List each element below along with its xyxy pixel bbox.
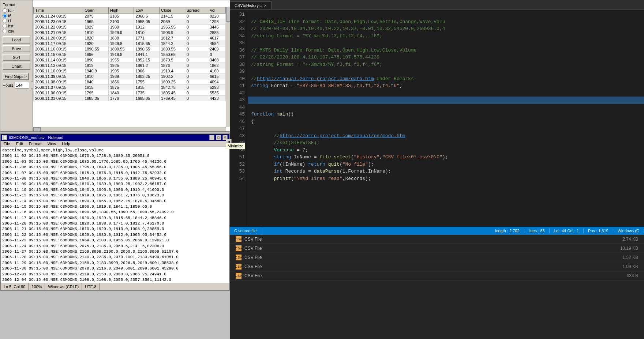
col-close: Close [160,7,185,14]
menu-help[interactable]: Help [59,141,73,147]
line-number: 46 [233,118,245,125]
statusbar-encoding: UTF-8 [82,283,100,290]
line-number: 34 [233,33,245,40]
radio-hst[interactable]: hst [3,24,30,28]
notepad-minimize-btn[interactable]: _ [209,135,214,140]
line-number: 38 [233,61,245,68]
notepad-maximize-btn[interactable]: □ [216,135,221,140]
notepad-line: 2006-11-03 09:15:00,NSE:63MOONS,1685.05,… [2,159,228,165]
notepad-content[interactable]: datetime,symbol,open,high,low,close,volu… [1,147,229,285]
notepad-line: 2006-12-04 09:15:00,NSE:63MOONS,2108.0,2… [2,277,228,283]
notepad-line: 2006-11-13 09:15:00,NSE:63MOONS,1919.0,1… [2,193,228,198]
notepad-line: 2006-11-09 09:15:00,NSE:63MOONS,1810.0,1… [2,181,228,187]
radio-csv-input[interactable] [3,29,7,33]
table-row: 2006.11.21 09:1518101929.918101906.90288… [34,30,226,35]
data-table-area: Time Open High Low Close Spread Vol 2006… [33,0,231,132]
hours-label: Hours [3,83,13,87]
line-number: 36 [233,47,245,54]
table-row: 2006.11.22 09:151929198019121965.9503445 [34,25,226,30]
radio-csv[interactable]: csv [3,29,30,33]
editor-tab-csvtohistory[interactable]: CSVtoHistory.c ✕ [230,1,272,9]
menu-edit[interactable]: Edit [13,141,26,147]
radio-t1[interactable]: t1 [3,19,30,23]
table-row: 2006.11.03 09:151685.0517761685.051769.4… [34,96,226,101]
format-panel: Format bar t6 t1 hst csv Load Save Sort … [0,0,33,132]
notepad-line: 2006-11-08 09:15:00,NSE:63MOONS,1840.0,1… [2,176,228,181]
line-number: 31 [233,11,245,18]
notepad-line: 2006-11-21 09:15:00,NSE:63MOONS,1810.0,1… [2,226,228,232]
hours-control: Hours ▲ ▼ [3,82,30,89]
file-row[interactable]: CSV CSV File 2.74 KB [230,235,644,244]
tab-close-icon[interactable]: ✕ [264,4,267,8]
file-type: CSV File [244,255,609,260]
radio-bar[interactable]: bar [3,8,30,13]
file-icon: CSV [236,264,242,270]
code-line [251,39,641,47]
scroll-h-thumb[interactable] [33,127,41,131]
radio-t1-input[interactable] [3,19,7,23]
radio-hst-input[interactable] [3,24,7,28]
menu-format[interactable]: Format [26,141,45,147]
file-explorer: CSV CSV File 2.74 KB CSV CSV File 10.19 … [230,235,644,339]
file-row[interactable]: CSV CSV File 10.19 KB [230,244,644,253]
table-row: 2006.11.07 09:151815187518151842.7505293 [34,85,226,90]
code-line: printf("\n%d lines read",Records); [251,175,641,182]
notepad-line: 2006-11-28 09:15:00,NSE:63MOONS,2140.0,2… [2,255,228,260]
code-line: // 02/28/2020,108.4,110,107.475,107.575,… [251,54,641,61]
code-content[interactable]: // CHRIS_ICE line format: Date,Open,High… [248,10,644,226]
statusbar-eol: Windows (CRLF) [45,283,82,290]
tab-label: CSVtoHistory.c [235,3,262,8]
code-line: function main() [251,111,641,118]
code-line [251,182,641,189]
notepad-line: 2006-11-23 09:15:00,NSE:63MOONS,1969.0,2… [2,238,228,243]
code-line: //string Format = "%Y-%m-%d,f3,f1,f2,f4,… [251,33,641,40]
menu-file[interactable]: File [1,141,13,147]
editor-status-pos: Pos : 1,619 [584,229,613,233]
line-number: 54 [233,175,245,182]
code-line: { [251,118,641,125]
save-button[interactable]: Save [3,45,30,52]
notepad-line: 2006-11-10 09:15:00,NSE:63MOONS,1940.9,1… [2,187,228,193]
code-line: Verbose = 7; [251,147,641,154]
table-row: 2006.11.09 09:15181019391803.251902.2066… [34,74,226,79]
table-row: 2006.11.10 09:151940.9199519061919.40416… [34,68,226,74]
horizontal-scrollbar[interactable] [33,127,226,131]
file-icon: CSV [236,255,242,260]
notepad-line: 2006-11-27 09:15:00,NSE:63MOONS,2169.899… [2,249,228,255]
radio-bar-input[interactable] [3,8,7,13]
code-line [251,68,641,75]
load-button[interactable]: Load [3,36,30,44]
code-line: string Format = "+8Y-8m-8d 8H:8M:8S,,f3,… [251,82,641,90]
file-row[interactable]: CSV CSV File 634 B [230,271,644,280]
sort-button[interactable]: Sort [3,54,30,61]
radio-t6[interactable]: t6 [3,14,30,18]
notepad-title: 63MOONS_eod.csv - Notepad [9,135,208,140]
line-number: 39 [233,68,245,75]
file-icon: CSV [236,245,242,251]
menu-view[interactable]: View [45,141,59,147]
code-line [251,11,641,18]
line-numbers: 3132333435363738394041424344454647484950… [230,10,248,226]
radio-t6-input[interactable] [3,14,7,18]
code-line: // CHRIS_ICE line format: Date,Open,High… [251,18,641,26]
notepad-line: 2006-11-02 09:15:00,NSE:63MOONS,1670.0,1… [2,153,228,159]
hours-input[interactable] [15,82,29,88]
code-line: //https://zorro-project.com/manual/en/mo… [251,132,641,140]
line-number: 33 [233,25,245,33]
code-line: //set(STEPWISE); [251,139,641,147]
table-row: 2006.11.23 09:15196921001955.05206901298 [34,19,226,25]
col-spread: Spread [185,7,208,14]
notepad-icon: 📄 [2,135,7,140]
find-gaps-button[interactable]: Find Gaps > [3,73,29,80]
file-row[interactable]: CSV CSV File 1.52 KB [230,253,644,262]
line-number: 35 [233,39,245,47]
line-number: 45 [233,111,245,118]
table-row: 2006.11.13 09:15191919251861.2187601862 [34,63,226,68]
code-editor: CSVtoHistory.c ✕ 31323334353637383940414… [230,0,644,234]
table-row: 2006.11.16 09:151890.551890.551890.55189… [34,46,226,52]
chart-button[interactable]: Chart [3,63,30,70]
file-row[interactable]: CSV CSV File 1.09 KB [230,262,644,271]
notepad-window: 📄 63MOONS_eod.csv - Notepad _ □ ✕ File E… [0,133,230,291]
table-scroll[interactable]: Time Open High Low Close Spread Vol 2006… [33,7,226,127]
code-line: // 2020-04-08,10.34,10.46,10.22,10.37,-0… [251,25,641,33]
